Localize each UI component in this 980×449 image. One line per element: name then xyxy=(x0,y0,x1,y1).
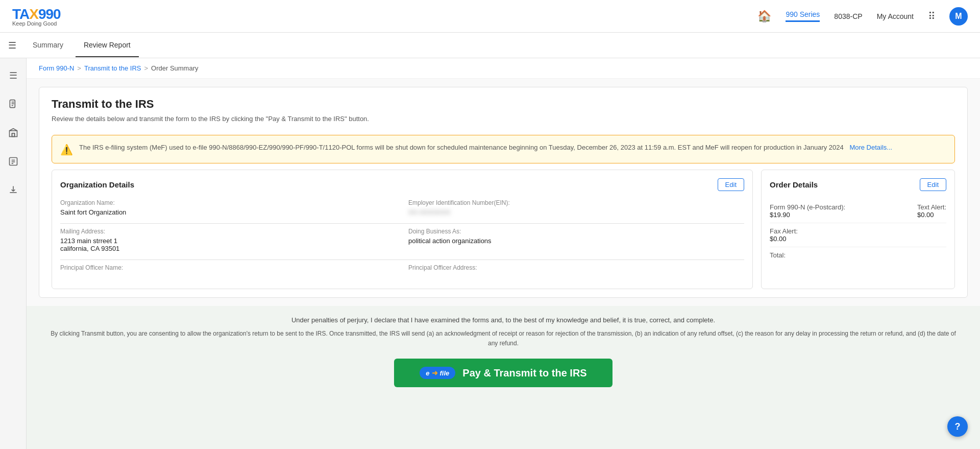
efile-arrow-icon: ➜ xyxy=(432,369,438,377)
grid-icon[interactable]: ⠿ xyxy=(928,10,935,22)
order-edit-button[interactable]: Edit xyxy=(920,178,946,191)
dba-value: political action organizations xyxy=(408,237,744,245)
principal-officer-label: Principal Officer Name: xyxy=(60,264,396,271)
order-line-fax: Fax Alert: $0.00 xyxy=(770,223,946,247)
tab-summary[interactable]: Summary xyxy=(24,34,71,57)
tab-review-report[interactable]: Review Report xyxy=(76,34,139,57)
breadcrumb-sep2: > xyxy=(144,64,148,72)
dba-label: Doing Business As: xyxy=(408,228,744,235)
pay-transmit-button[interactable]: e ➜ file Pay & Transmit to the IRS xyxy=(394,359,612,387)
sidebar-icon-list[interactable] xyxy=(4,152,22,171)
transmit-btn-label: Pay & Transmit to the IRS xyxy=(462,367,586,379)
mailing-address-label: Mailing Address: xyxy=(60,228,396,235)
avatar[interactable]: M xyxy=(949,7,968,26)
principal-officer-address-label: Principal Officer Address: xyxy=(408,264,744,271)
order-line-total: Total: xyxy=(770,247,946,263)
mailing-address-line2: california, CA 93501 xyxy=(60,245,396,252)
hamburger-icon[interactable]: ☰ xyxy=(8,40,16,51)
order-line-form: Form 990-N (e-Postcard): $19.90 Text Ale… xyxy=(770,199,946,223)
breadcrumb: Form 990-N > Transmit to the IRS > Order… xyxy=(27,58,980,79)
sidebar: ☰ xyxy=(0,58,27,449)
order-section-header: Order Details Edit xyxy=(770,178,946,191)
sidebar-icon-download[interactable] xyxy=(4,181,22,199)
sidebar-icon-menu[interactable]: ☰ xyxy=(4,66,22,85)
dba-col: Doing Business As: political action orga… xyxy=(408,228,744,252)
org-section-header: Organization Details Edit xyxy=(60,178,744,191)
sidebar-icon-doc[interactable] xyxy=(4,95,22,113)
header-right: 🏠 990 Series 8038-CP My Account ⠿ M xyxy=(757,7,968,26)
nav-my-account[interactable]: My Account xyxy=(877,12,914,20)
sidebar-icon-building[interactable] xyxy=(4,124,22,142)
order-form-price: $19.90 xyxy=(770,211,845,219)
ein-label: Employer Identification Number(EIN): xyxy=(408,199,744,206)
breadcrumb-current: Transmit to the IRS xyxy=(84,64,141,72)
principal-row: Principal Officer Name: Principal Office… xyxy=(60,264,744,273)
org-name-value: Saint fort Organization xyxy=(60,208,396,216)
nav-990-series[interactable]: 990 Series xyxy=(786,10,820,22)
org-divider1 xyxy=(60,223,744,224)
details-row: Organization Details Edit Organization N… xyxy=(52,170,955,289)
principal-officer-col: Principal Officer Name: xyxy=(60,264,396,273)
perjury-text: Under penalties of perjury, I declare th… xyxy=(47,316,960,324)
mailing-address-line1: 1213 main strreet 1 xyxy=(60,237,396,245)
address-row: Mailing Address: 1213 main strreet 1 cal… xyxy=(60,228,744,252)
ein-value: XX-XXXXXXX xyxy=(408,208,744,216)
order-form-label: Form 990-N (e-Postcard): xyxy=(770,203,845,211)
principal-address-col: Principal Officer Address: xyxy=(408,264,744,273)
org-edit-button[interactable]: Edit xyxy=(718,178,744,191)
consent-text: By clicking Transmit button, you are con… xyxy=(47,329,960,348)
main-content: Form 990-N > Transmit to the IRS > Order… xyxy=(27,58,980,449)
order-details-box: Order Details Edit Form 990-N (e-Postcar… xyxy=(761,170,955,289)
org-details-box: Organization Details Edit Organization N… xyxy=(52,170,753,289)
logo-tagline: Keep Doing Good xyxy=(12,20,61,27)
order-section-title: Order Details xyxy=(770,180,818,189)
page-title: Transmit to the IRS xyxy=(52,98,955,111)
tabs-bar: ☰ Summary Review Report xyxy=(0,33,980,58)
order-fax-label: Fax Alert: xyxy=(770,227,798,235)
layout: ☰ Form 990-N > Transmit to the IRS > Ord… xyxy=(0,58,980,449)
footer-section: Under penalties of perjury, I declare th… xyxy=(27,306,980,449)
logo-text: TAX990 xyxy=(12,6,61,22)
page-card: Transmit to the IRS Review the details b… xyxy=(39,87,968,298)
warning-banner: ⚠️ The IRS e-filing system (MeF) used to… xyxy=(52,135,955,163)
page-card-header: Transmit to the IRS Review the details b… xyxy=(39,87,967,129)
org-divider2 xyxy=(60,259,744,260)
efile-text: e xyxy=(426,369,429,377)
warning-text: The IRS e-filing system (MeF) used to e-… xyxy=(79,143,892,153)
logo: TAX990 Keep Doing Good xyxy=(12,6,61,27)
efile-file-text: file xyxy=(440,369,450,377)
nav-8038cp[interactable]: 8038-CP xyxy=(834,12,862,20)
order-fax-price: $0.00 xyxy=(770,235,798,243)
org-name-row: Organization Name: Saint fort Organizati… xyxy=(60,199,744,216)
order-text-alert-label: Text Alert: xyxy=(917,203,946,211)
warning-icon: ⚠️ xyxy=(60,144,73,156)
home-icon[interactable]: 🏠 xyxy=(757,10,771,23)
svg-rect-7 xyxy=(12,133,14,137)
order-text-alert-price: $0.00 xyxy=(917,211,946,219)
breadcrumb-next: Order Summary xyxy=(151,64,198,72)
org-name-label: Organization Name: xyxy=(60,199,396,206)
efile-badge: e ➜ file xyxy=(420,367,455,379)
breadcrumb-sep1: > xyxy=(77,64,81,72)
mailing-address-col: Mailing Address: 1213 main strreet 1 cal… xyxy=(60,228,396,252)
help-button[interactable]: ? xyxy=(947,416,968,437)
more-details-link[interactable]: More Details... xyxy=(849,144,892,151)
org-section-title: Organization Details xyxy=(60,180,134,189)
breadcrumb-form-link[interactable]: Form 990-N xyxy=(39,64,74,72)
page-subtitle: Review the details below and transmit th… xyxy=(52,115,955,123)
org-name-col: Organization Name: Saint fort Organizati… xyxy=(60,199,396,216)
order-total-label: Total: xyxy=(770,251,786,259)
ein-col: Employer Identification Number(EIN): XX-… xyxy=(408,199,744,216)
header: TAX990 Keep Doing Good 🏠 990 Series 8038… xyxy=(0,0,980,33)
